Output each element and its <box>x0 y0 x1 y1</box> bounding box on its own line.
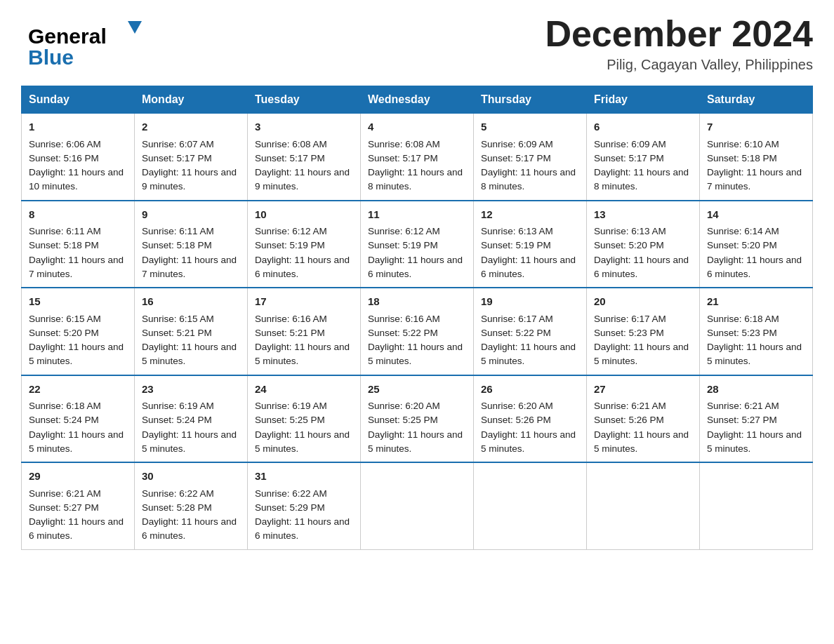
sunset-info: Sunset: 5:29 PM <box>255 502 325 513</box>
sunset-info: Sunset: 5:19 PM <box>481 240 551 250</box>
calendar-day-cell: 16Sunrise: 6:15 AMSunset: 5:21 PMDayligh… <box>135 288 248 375</box>
daylight-info: Daylight: 11 hours and 7 minutes. <box>707 167 802 192</box>
calendar-week-row: 15Sunrise: 6:15 AMSunset: 5:20 PMDayligh… <box>22 288 813 375</box>
daylight-info: Daylight: 11 hours and 6 minutes. <box>594 255 689 279</box>
day-number: 22 <box>29 382 127 398</box>
sunset-info: Sunset: 5:17 PM <box>594 153 664 163</box>
weekday-header-row: Sunday Monday Tuesday Wednesday Thursday… <box>22 86 813 114</box>
day-number: 3 <box>255 119 353 135</box>
svg-marker-1 <box>128 21 142 34</box>
sunrise-info: Sunrise: 6:17 AM <box>481 314 553 324</box>
day-number: 9 <box>142 207 240 223</box>
sunset-info: Sunset: 5:19 PM <box>255 240 325 250</box>
sunset-info: Sunset: 5:23 PM <box>594 328 664 338</box>
calendar-day-cell: 19Sunrise: 6:17 AMSunset: 5:22 PMDayligh… <box>474 288 587 375</box>
calendar-day-cell <box>587 462 700 549</box>
sunset-info: Sunset: 5:24 PM <box>142 415 212 425</box>
calendar-table: Sunday Monday Tuesday Wednesday Thursday… <box>21 86 813 550</box>
calendar-day-cell: 8Sunrise: 6:11 AMSunset: 5:18 PMDaylight… <box>22 201 135 288</box>
calendar-day-cell: 30Sunrise: 6:22 AMSunset: 5:28 PMDayligh… <box>135 462 248 549</box>
daylight-info: Daylight: 11 hours and 5 minutes. <box>481 342 576 366</box>
sunrise-info: Sunrise: 6:08 AM <box>368 139 440 149</box>
day-number: 2 <box>142 119 240 135</box>
sunset-info: Sunset: 5:21 PM <box>142 328 212 338</box>
calendar-day-cell: 24Sunrise: 6:19 AMSunset: 5:25 PMDayligh… <box>248 375 361 463</box>
calendar-day-cell: 1Sunrise: 6:06 AMSunset: 5:16 PMDaylight… <box>22 114 135 201</box>
calendar-day-cell: 7Sunrise: 6:10 AMSunset: 5:18 PMDaylight… <box>700 114 813 201</box>
sunrise-info: Sunrise: 6:20 AM <box>481 401 553 411</box>
daylight-info: Daylight: 11 hours and 5 minutes. <box>594 342 689 366</box>
daylight-info: Daylight: 11 hours and 5 minutes. <box>142 342 237 366</box>
header-monday: Monday <box>135 86 248 114</box>
sunset-info: Sunset: 5:28 PM <box>142 502 212 513</box>
daylight-info: Daylight: 11 hours and 5 minutes. <box>594 429 689 454</box>
title-section: December 2024 Pilig, Cagayan Valley, Phi… <box>545 14 813 73</box>
day-number: 29 <box>29 469 127 485</box>
sunrise-info: Sunrise: 6:11 AM <box>29 226 101 236</box>
sunrise-info: Sunrise: 6:06 AM <box>29 139 101 149</box>
sunrise-info: Sunrise: 6:21 AM <box>29 488 101 499</box>
day-number: 28 <box>707 382 805 398</box>
day-number: 20 <box>594 294 692 310</box>
sunset-info: Sunset: 5:26 PM <box>594 415 664 425</box>
sunrise-info: Sunrise: 6:19 AM <box>142 401 214 411</box>
daylight-info: Daylight: 11 hours and 5 minutes. <box>255 342 350 366</box>
day-number: 7 <box>707 119 805 135</box>
day-number: 15 <box>29 294 127 310</box>
day-number: 18 <box>368 294 466 310</box>
header-saturday: Saturday <box>700 86 813 114</box>
daylight-info: Daylight: 11 hours and 5 minutes. <box>707 342 802 366</box>
calendar-day-cell: 29Sunrise: 6:21 AMSunset: 5:27 PMDayligh… <box>22 462 135 549</box>
day-number: 31 <box>255 469 353 485</box>
daylight-info: Daylight: 11 hours and 6 minutes. <box>707 255 802 279</box>
calendar-day-cell: 20Sunrise: 6:17 AMSunset: 5:23 PMDayligh… <box>587 288 700 375</box>
sunset-info: Sunset: 5:23 PM <box>707 328 777 338</box>
calendar-day-cell: 18Sunrise: 6:16 AMSunset: 5:22 PMDayligh… <box>361 288 474 375</box>
sunrise-info: Sunrise: 6:18 AM <box>29 401 101 411</box>
calendar-day-cell: 4Sunrise: 6:08 AMSunset: 5:17 PMDaylight… <box>361 114 474 201</box>
sunset-info: Sunset: 5:24 PM <box>29 415 99 425</box>
day-number: 27 <box>594 382 692 398</box>
calendar-day-cell: 2Sunrise: 6:07 AMSunset: 5:17 PMDaylight… <box>135 114 248 201</box>
daylight-info: Daylight: 11 hours and 6 minutes. <box>29 516 124 541</box>
header-tuesday: Tuesday <box>248 86 361 114</box>
sunset-info: Sunset: 5:26 PM <box>481 415 551 425</box>
sunrise-info: Sunrise: 6:09 AM <box>594 139 666 149</box>
daylight-info: Daylight: 11 hours and 8 minutes. <box>481 167 576 192</box>
svg-text:Blue: Blue <box>28 46 74 69</box>
sunrise-info: Sunrise: 6:13 AM <box>594 226 666 236</box>
sunrise-info: Sunrise: 6:11 AM <box>142 226 214 236</box>
sunset-info: Sunset: 5:27 PM <box>707 415 777 425</box>
daylight-info: Daylight: 11 hours and 6 minutes. <box>255 255 350 279</box>
daylight-info: Daylight: 11 hours and 6 minutes. <box>368 255 463 279</box>
sunset-info: Sunset: 5:16 PM <box>29 153 99 163</box>
location-subtitle: Pilig, Cagayan Valley, Philippines <box>545 57 813 73</box>
day-number: 13 <box>594 207 692 223</box>
sunrise-info: Sunrise: 6:12 AM <box>368 226 440 236</box>
daylight-info: Daylight: 11 hours and 5 minutes. <box>255 429 350 454</box>
sunset-info: Sunset: 5:25 PM <box>255 415 325 425</box>
calendar-day-cell: 22Sunrise: 6:18 AMSunset: 5:24 PMDayligh… <box>22 375 135 463</box>
calendar-day-cell <box>361 462 474 549</box>
calendar-day-cell: 15Sunrise: 6:15 AMSunset: 5:20 PMDayligh… <box>22 288 135 375</box>
calendar-day-cell: 21Sunrise: 6:18 AMSunset: 5:23 PMDayligh… <box>700 288 813 375</box>
daylight-info: Daylight: 11 hours and 5 minutes. <box>368 342 463 366</box>
sunrise-info: Sunrise: 6:19 AM <box>255 401 327 411</box>
calendar-day-cell: 11Sunrise: 6:12 AMSunset: 5:19 PMDayligh… <box>361 201 474 288</box>
month-year-title: December 2024 <box>545 14 813 54</box>
calendar-week-row: 22Sunrise: 6:18 AMSunset: 5:24 PMDayligh… <box>22 375 813 463</box>
calendar-week-row: 8Sunrise: 6:11 AMSunset: 5:18 PMDaylight… <box>22 201 813 288</box>
header-sunday: Sunday <box>22 86 135 114</box>
day-number: 10 <box>255 207 353 223</box>
calendar-day-cell: 5Sunrise: 6:09 AMSunset: 5:17 PMDaylight… <box>474 114 587 201</box>
daylight-info: Daylight: 11 hours and 5 minutes. <box>29 342 124 366</box>
calendar-day-cell: 23Sunrise: 6:19 AMSunset: 5:24 PMDayligh… <box>135 375 248 463</box>
daylight-info: Daylight: 11 hours and 6 minutes. <box>142 516 237 541</box>
sunrise-info: Sunrise: 6:22 AM <box>255 488 327 499</box>
daylight-info: Daylight: 11 hours and 7 minutes. <box>142 255 237 279</box>
daylight-info: Daylight: 11 hours and 9 minutes. <box>142 167 237 192</box>
calendar-day-cell: 12Sunrise: 6:13 AMSunset: 5:19 PMDayligh… <box>474 201 587 288</box>
day-number: 21 <box>707 294 805 310</box>
calendar-day-cell: 26Sunrise: 6:20 AMSunset: 5:26 PMDayligh… <box>474 375 587 463</box>
daylight-info: Daylight: 11 hours and 6 minutes. <box>255 516 350 541</box>
